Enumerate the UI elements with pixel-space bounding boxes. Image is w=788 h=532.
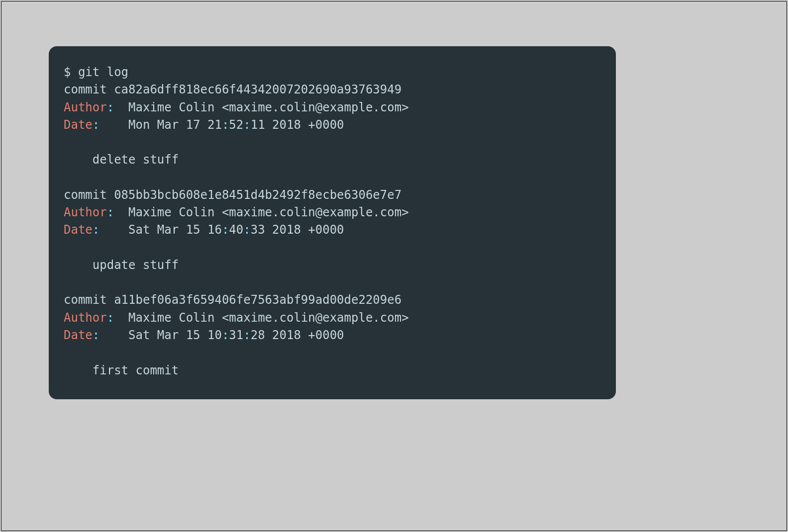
date-line: Date: Sat Mar 15 16:40:33 2018 +0000 [64, 223, 344, 237]
commit-message: delete stuff [64, 153, 179, 167]
commit-line: commit 085bb3bcb608e1e8451d4b2492f8ecbe6… [64, 188, 401, 202]
commit-message: first commit [64, 363, 179, 377]
date-line: Date: Mon Mar 17 21:52:11 2018 +0000 [64, 118, 344, 132]
date-line: Date: Sat Mar 15 10:31:28 2018 +0000 [64, 328, 344, 342]
commit-line: commit ca82a6dff818ec66f44342007202690a9… [64, 83, 401, 96]
commit-line: commit a11bef06a3f659406fe7563abf99ad00d… [64, 293, 401, 307]
author-line: Author: Maxime Colin <maxime.colin@examp… [64, 100, 409, 114]
commit-message: update stuff [64, 258, 179, 272]
slide-frame: $ git log commit ca82a6dff818ec66f443420… [1, 1, 787, 531]
prompt-line: $ git log [64, 65, 128, 79]
author-line: Author: Maxime Colin <maxime.colin@examp… [64, 205, 409, 219]
terminal-window: $ git log commit ca82a6dff818ec66f443420… [49, 46, 616, 399]
author-line: Author: Maxime Colin <maxime.colin@examp… [64, 311, 409, 325]
